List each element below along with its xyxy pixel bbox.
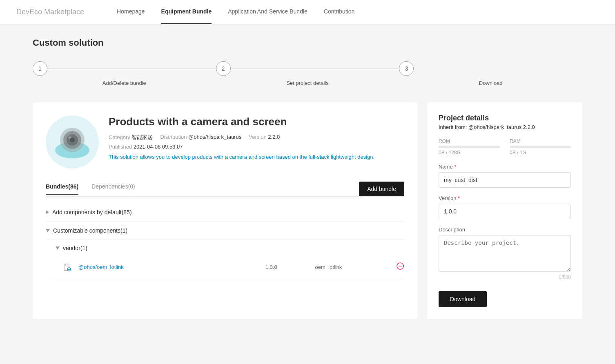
tab-actions: Add bundle [359,182,404,196]
resource-row: ROM 0B / 128G RAM 0B / 1G [439,138,571,155]
tab-dependencies[interactable]: Dependencies(0) [91,183,135,195]
camera-image-svg [52,122,93,162]
category-label: Category [109,134,130,140]
published-value: 2021-04-08 09:53:07 [134,144,183,150]
product-description: This solution allows you to develop prod… [109,153,374,161]
nav-equipment-bundle[interactable]: Equipment Bundle [161,0,212,24]
brand-logo: DevEco Marketplace [16,8,84,16]
ram-bar [510,146,571,148]
bundle-tabs: Bundles(86) Dependencies(0) Add bundle [46,182,404,197]
bundle-group-custom-header[interactable]: Customizable components(1) [46,222,404,240]
product-image [46,115,99,169]
name-form-group: Name * [439,164,571,188]
version-form-group: Version * [439,195,571,219]
inherit-from-value: @ohos/hispark_taurus 2.2.0 [468,124,535,130]
nav-application-service-bundle[interactable]: Application And Service Bundle [228,0,308,24]
rom-bar [439,146,500,148]
step-2: 2 Set project details [216,61,399,86]
description-form-group: Description 0/500 [439,226,571,280]
inherit-from: Inherit from: @ohos/hispark_taurus 2.2.0 [439,124,571,130]
bundle-group-custom: Customizable components(1) vendor(1) [46,222,404,278]
step-2-circle: 2 [216,61,231,76]
published-label: Published [109,144,132,150]
bundle-group-default: Add components by default(85) [46,203,404,222]
product-title: Products with a camera and screen [109,115,374,128]
step-1: 1 Add/Delete bundle [33,61,216,86]
char-count: 0/500 [439,275,571,280]
step-3: 3 Download [399,61,582,86]
step-1-circle: 1 [33,61,47,76]
step-line-1 [47,69,216,69]
bundle-item: @ohos/oem_iotlink 1.0.0 oem_iotlink [52,256,404,278]
add-bundle-button[interactable]: Add bundle [359,182,404,196]
bundle-group-custom-label: Customizable components(1) [53,227,127,234]
product-meta-row2: Published 2021-04-08 09:53:07 [109,144,374,150]
step-1-label: Add/Delete bundle [102,80,146,86]
page-title: Custom solution [33,38,582,48]
stepper: 1 Add/Delete bundle 2 Set project detail… [33,61,582,86]
ram-value: 0B / 1G [510,150,571,155]
vendor-group-header[interactable]: vendor(1) [52,240,404,256]
nav-homepage[interactable]: Homepage [117,0,145,24]
nav-contribution[interactable]: Contribution [324,0,355,24]
brand-marketplace: Marketplace [42,8,84,16]
ram-resource: RAM 0B / 1G [510,138,571,155]
rom-value: 0B / 128G [439,150,500,155]
project-details-panel: Project details Inherit from: @ohos/hisp… [427,102,582,319]
name-input[interactable] [439,172,571,188]
bundle-item-version: 1.0.0 [234,264,309,270]
project-details-title: Project details [439,114,571,122]
version-label: Version [249,134,266,140]
version-label: Version * [439,195,571,201]
step-line-2 [231,69,399,69]
bundle-section: Add components by default(85) Customizab… [46,203,404,278]
step-3-label: Download [479,80,503,86]
step-3-circle: 3 [399,61,414,76]
product-header: Products with a camera and screen Catego… [46,115,404,169]
chevron-down-icon [46,229,50,232]
vendor-chevron-down-icon [56,246,60,250]
vendor-group: vendor(1) [52,240,404,278]
version-value: 2.2.0 [268,134,280,140]
name-label: Name * [439,164,571,170]
category-value: 智能家居 [131,134,153,140]
remove-bundle-button[interactable] [396,262,404,272]
rom-label: ROM [439,138,500,144]
distribution-value: @ohos/hispark_taurus [188,134,241,140]
product-info: Products with a camera and screen Catego… [109,115,374,169]
tab-bundles[interactable]: Bundles(86) [46,183,78,195]
bundle-item-file-icon [62,262,72,272]
distribution-label: Distribution [160,134,187,140]
bundle-item-tag: oem_iotlink [315,264,390,270]
bundle-group-default-label: Add components by default(85) [52,209,132,215]
main-content: Custom solution 1 Add/Delete bundle 2 Se… [0,24,615,332]
bundle-group-default-header[interactable]: Add components by default(85) [46,203,404,222]
description-textarea[interactable] [439,235,571,272]
card-area: Products with a camera and screen Catego… [33,102,582,319]
download-button[interactable]: Download [439,291,487,307]
brand-deveco: DevEco [16,8,42,16]
bundle-item-name: @ohos/oem_iotlink [78,264,227,270]
rom-resource: ROM 0B / 128G [439,138,500,155]
product-meta-row1: Category 智能家居 Distribution @ohos/hispark… [109,134,374,141]
step-2-label: Set project details [286,80,328,86]
navigation: DevEco Marketplace Homepage Equipment Bu… [0,0,615,24]
ram-label: RAM [510,138,571,144]
description-label: Description [439,226,571,233]
inherit-from-label: Inherit from: [439,124,467,130]
chevron-right-icon [46,210,49,214]
version-input[interactable] [439,204,571,219]
nav-links: Homepage Equipment Bundle Application An… [117,0,354,24]
vendor-label: vendor(1) [63,245,87,251]
product-card: Products with a camera and screen Catego… [33,102,417,319]
